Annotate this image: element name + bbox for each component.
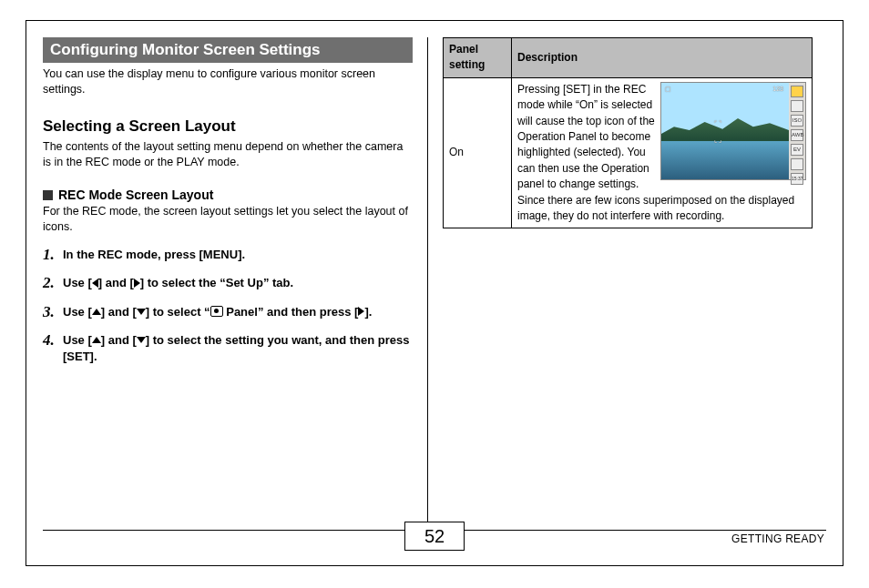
panel-slot-iso: ISO xyxy=(791,115,803,127)
step-4-text-b: ] and [ xyxy=(101,333,137,347)
panel-icon xyxy=(210,306,223,317)
subsection-body: For the REC mode, the screen layout sett… xyxy=(43,204,413,236)
step-3: Use [] and [] to select “ Panel” and the… xyxy=(43,304,413,320)
step-3-text-b: ] and [ xyxy=(101,305,137,319)
hud-mode-icon: ▢ xyxy=(665,85,671,94)
panel-slot-time: 15:37 xyxy=(791,173,803,185)
step-3-text-c: ] to select “ xyxy=(146,305,210,319)
subsection-heading-text: REC Mode Screen Layout xyxy=(58,188,213,202)
preview-mountain xyxy=(661,117,789,141)
section-banner: Configuring Monitor Screen Settings xyxy=(43,37,413,63)
arrow-down-icon xyxy=(137,309,146,315)
panel-slot xyxy=(791,100,803,112)
panel-slot-awb: AWB xyxy=(791,129,803,141)
left-column: Configuring Monitor Screen Settings You … xyxy=(43,37,424,531)
hud-focus-bracket: ⌜ ⌝ xyxy=(714,119,721,128)
step-4-text-a: Use [ xyxy=(63,333,92,347)
section-heading: Selecting a Screen Layout xyxy=(43,117,413,136)
step-2: Use [] and [] to select the “Set Up” tab… xyxy=(43,275,413,291)
panel-setting-table: Panel setting Description On ▢ 123 ⌜ ⌝ xyxy=(443,37,813,228)
subsection-heading: REC Mode Screen Layout xyxy=(43,188,413,202)
step-3-text-d: Panel” and then press [ xyxy=(223,305,359,319)
step-2-text-c: ] to select the “Set Up” tab. xyxy=(140,276,293,289)
header-panel-setting: Panel setting xyxy=(444,38,512,78)
arrow-right-icon xyxy=(358,307,364,316)
panel-slot-ev: EV xyxy=(791,144,803,156)
step-2-text-a: Use [ xyxy=(63,276,92,289)
step-4: Use [] and [] to select the setting you … xyxy=(43,332,413,364)
cell-description: ▢ 123 ⌜ ⌝ ⌞ ⌟ ISO AWB EV xyxy=(512,77,813,228)
panel-slot xyxy=(791,158,803,170)
hud-focus-bracket: ⌞ ⌟ xyxy=(714,136,721,145)
hud-shot-count: 123 xyxy=(772,85,783,94)
arrow-right-icon xyxy=(134,279,140,288)
preview-lake xyxy=(661,141,789,179)
arrow-up-icon xyxy=(92,337,101,343)
panel-slot-selected xyxy=(791,86,803,97)
table-row: On ▢ 123 ⌜ ⌝ ⌞ ⌟ xyxy=(444,77,813,228)
columns: Configuring Monitor Screen Settings You … xyxy=(26,21,843,531)
manual-page: Configuring Monitor Screen Settings You … xyxy=(26,20,843,566)
right-column: Panel setting Description On ▢ 123 ⌜ ⌝ xyxy=(432,37,813,531)
cell-setting: On xyxy=(444,77,512,228)
arrow-down-icon xyxy=(137,337,146,343)
table-header-row: Panel setting Description xyxy=(444,38,813,78)
column-divider xyxy=(427,37,428,529)
square-bullet-icon xyxy=(43,190,53,200)
step-1: In the REC mode, press [MENU]. xyxy=(43,247,413,263)
step-3-text-e: ]. xyxy=(364,305,372,319)
footer-section-label: GETTING READY xyxy=(731,532,824,545)
step-1-text: In the REC mode, press [MENU]. xyxy=(63,248,245,261)
steps-list: In the REC mode, press [MENU]. Use [] an… xyxy=(43,247,413,365)
section-body: The contents of the layout setting menu … xyxy=(43,139,413,171)
arrow-left-icon xyxy=(92,279,98,288)
description-text-a: Pressing [SET] in the REC mode while “On… xyxy=(517,83,655,143)
step-2-text-b: ] and [ xyxy=(98,276,134,289)
operation-panel-sidebar: ISO AWB EV 15:37 xyxy=(789,83,805,179)
intro-text: You can use the display menu to configur… xyxy=(43,66,413,97)
camera-lcd-preview: ▢ 123 ⌜ ⌝ ⌞ ⌟ ISO AWB EV xyxy=(660,82,806,180)
header-description: Description xyxy=(512,38,813,78)
arrow-up-icon xyxy=(92,309,101,315)
page-number: 52 xyxy=(404,522,465,551)
step-3-text-a: Use [ xyxy=(63,305,92,319)
